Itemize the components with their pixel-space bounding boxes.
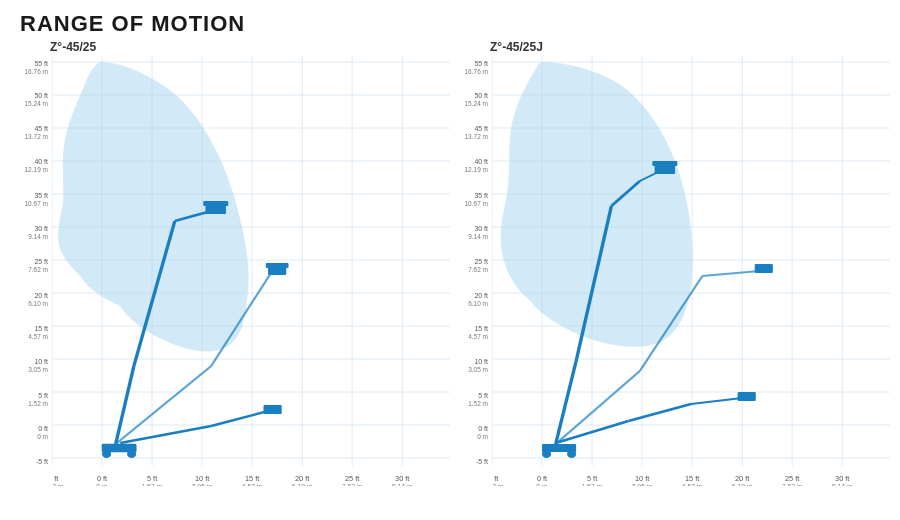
right-y-axis: 55 ft 16.76 m 50 ft 15.24 m 45 ft 13.72 …	[450, 56, 492, 466]
svg-text:40 ft: 40 ft	[474, 158, 488, 165]
svg-text:-1.52 m: -1.52 m	[52, 483, 64, 487]
svg-text:-5 ft: -5 ft	[36, 458, 48, 465]
right-diagram-title: Z°-45/25J	[490, 40, 890, 54]
svg-rect-63	[264, 405, 282, 414]
svg-text:15 ft: 15 ft	[245, 476, 259, 483]
svg-text:5 ft: 5 ft	[147, 476, 157, 483]
svg-text:9.14 m: 9.14 m	[468, 233, 488, 240]
svg-text:4.57 m: 4.57 m	[682, 483, 703, 487]
svg-text:6.10 m: 6.10 m	[292, 483, 313, 487]
svg-text:7.62 m: 7.62 m	[28, 266, 48, 273]
svg-text:7.62 m: 7.62 m	[468, 266, 488, 273]
svg-rect-139	[755, 264, 773, 273]
svg-text:13.72 m: 13.72 m	[25, 133, 49, 140]
svg-text:1.52 m: 1.52 m	[468, 400, 488, 407]
right-diagram: Z°-45/25J 55 ft 16.76 m 50 ft 15.24 m 45…	[450, 40, 890, 486]
svg-line-138	[702, 271, 759, 276]
svg-text:9.14 m: 9.14 m	[832, 483, 853, 487]
svg-text:55 ft: 55 ft	[474, 60, 488, 67]
svg-text:0 ft: 0 ft	[97, 476, 107, 483]
svg-rect-54	[203, 201, 228, 206]
svg-text:30 ft: 30 ft	[835, 476, 849, 483]
svg-text:20 ft: 20 ft	[735, 476, 749, 483]
svg-text:10.67 m: 10.67 m	[465, 200, 489, 207]
svg-text:10 ft: 10 ft	[34, 358, 48, 365]
svg-text:5 ft: 5 ft	[38, 392, 48, 399]
svg-rect-57	[266, 263, 289, 268]
svg-text:3.05 m: 3.05 m	[28, 366, 48, 373]
svg-text:3.05 m: 3.05 m	[192, 483, 213, 487]
svg-text:15.24 m: 15.24 m	[25, 100, 49, 107]
svg-text:0 m: 0 m	[96, 483, 107, 487]
left-y-axis: 55 ft 16.76 m 50 ft 15.24 m 45 ft 13.72 …	[10, 56, 52, 466]
svg-text:-5 ft: -5 ft	[492, 476, 498, 483]
svg-text:15 ft: 15 ft	[474, 325, 488, 332]
svg-text:9.14 m: 9.14 m	[28, 233, 48, 240]
svg-text:45 ft: 45 ft	[34, 125, 48, 132]
svg-text:0 ft: 0 ft	[478, 425, 488, 432]
svg-text:7.62 m: 7.62 m	[782, 483, 803, 487]
svg-text:5 ft: 5 ft	[587, 476, 597, 483]
svg-text:45 ft: 45 ft	[474, 125, 488, 132]
svg-text:0 ft: 0 ft	[537, 476, 547, 483]
svg-point-128	[542, 450, 551, 458]
svg-text:25 ft: 25 ft	[474, 258, 488, 265]
svg-text:16.76 m: 16.76 m	[465, 68, 489, 75]
svg-text:30 ft: 30 ft	[34, 225, 48, 232]
svg-text:30 ft: 30 ft	[474, 225, 488, 232]
svg-text:-5 ft: -5 ft	[476, 458, 488, 465]
svg-text:50 ft: 50 ft	[34, 92, 48, 99]
svg-text:10.67 m: 10.67 m	[25, 200, 49, 207]
svg-text:40 ft: 40 ft	[34, 158, 48, 165]
svg-text:0 m: 0 m	[37, 433, 48, 440]
left-chart-svg: -5 ft -1.52 m 0 ft 0 m 5 ft 1.52 m 10 ft…	[52, 56, 450, 486]
svg-text:10 ft: 10 ft	[635, 476, 649, 483]
svg-rect-60	[102, 444, 136, 452]
svg-text:0 m: 0 m	[536, 483, 547, 487]
svg-text:10 ft: 10 ft	[195, 476, 209, 483]
svg-text:15 ft: 15 ft	[34, 325, 48, 332]
svg-text:7.62 m: 7.62 m	[342, 483, 363, 487]
svg-text:5 ft: 5 ft	[478, 392, 488, 399]
svg-text:6.10 m: 6.10 m	[28, 300, 48, 307]
right-chart-svg: -5 ft -1.52 m 0 ft 0 m 5 ft 1.52 m 10 ft…	[492, 56, 890, 486]
svg-line-62	[211, 411, 268, 426]
svg-text:3.05 m: 3.05 m	[632, 483, 653, 487]
svg-text:20 ft: 20 ft	[295, 476, 309, 483]
svg-text:4.57 m: 4.57 m	[468, 333, 488, 340]
svg-text:20 ft: 20 ft	[474, 292, 488, 299]
svg-point-129	[567, 450, 576, 458]
svg-text:9.14 m: 9.14 m	[392, 483, 413, 487]
svg-line-130	[556, 361, 576, 444]
left-diagram: Z°-45/25 55 ft 16.76 m 50 ft 15.24 m 45 …	[10, 40, 450, 486]
svg-line-136	[556, 371, 640, 444]
svg-text:3.05 m: 3.05 m	[468, 366, 488, 373]
svg-rect-143	[738, 392, 756, 401]
svg-text:4.57 m: 4.57 m	[28, 333, 48, 340]
svg-text:-1.52 m: -1.52 m	[492, 483, 504, 487]
left-diagram-title: Z°-45/25	[50, 40, 450, 54]
svg-text:25 ft: 25 ft	[34, 258, 48, 265]
svg-text:50 ft: 50 ft	[474, 92, 488, 99]
svg-text:13.72 m: 13.72 m	[465, 133, 489, 140]
svg-text:16.76 m: 16.76 m	[25, 68, 49, 75]
svg-line-141	[628, 404, 691, 421]
svg-text:15.24 m: 15.24 m	[465, 100, 489, 107]
svg-text:6.10 m: 6.10 m	[732, 483, 753, 487]
svg-text:12.19 m: 12.19 m	[25, 166, 49, 173]
svg-text:4.57 m: 4.57 m	[242, 483, 263, 487]
diagrams-container: Z°-45/25 55 ft 16.76 m 50 ft 15.24 m 45 …	[0, 40, 900, 486]
main-title: RANGE OF MOTION	[20, 12, 880, 36]
svg-text:10 ft: 10 ft	[474, 358, 488, 365]
page-container: RANGE OF MOTION Z°-45/25 55 ft 16.76 m 5…	[0, 0, 900, 520]
svg-text:6.10 m: 6.10 m	[468, 300, 488, 307]
svg-rect-135	[652, 161, 677, 166]
header: RANGE OF MOTION	[0, 0, 900, 40]
svg-line-142	[691, 398, 742, 404]
svg-text:0 ft: 0 ft	[38, 425, 48, 432]
svg-text:35 ft: 35 ft	[474, 192, 488, 199]
svg-text:12.19 m: 12.19 m	[465, 166, 489, 173]
svg-text:0 m: 0 m	[477, 433, 488, 440]
svg-text:-5 ft: -5 ft	[52, 476, 58, 483]
svg-text:20 ft: 20 ft	[34, 292, 48, 299]
